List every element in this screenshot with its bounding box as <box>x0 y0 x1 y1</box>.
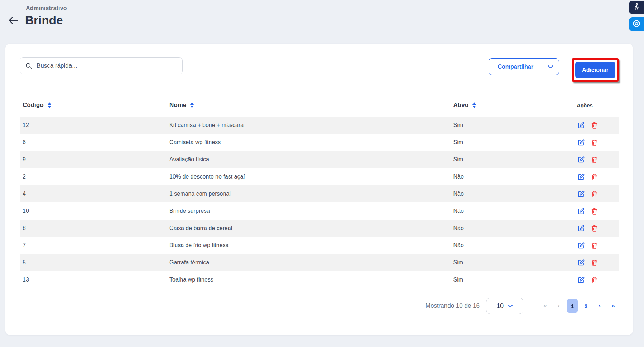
delete-button[interactable] <box>591 207 598 215</box>
table-footer: Mostrando 10 de 16 10 « ‹ 1 2 › » <box>20 298 619 314</box>
cell-acoes <box>577 156 619 163</box>
sort-icon[interactable] <box>190 102 194 108</box>
edit-icon <box>577 156 585 163</box>
cell-codigo: 9 <box>20 156 169 163</box>
page-size-value: 10 <box>496 302 504 310</box>
cell-nome: Blusa de frio wp fitness <box>169 242 453 249</box>
showing-count-text: Mostrando 10 de 16 <box>426 302 480 309</box>
trash-icon <box>591 122 598 129</box>
cell-ativo: Sim <box>453 139 577 146</box>
cell-nome: Camiseta wp fitness <box>169 139 453 146</box>
cell-codigo: 5 <box>20 259 169 266</box>
chatgpt-extension-button[interactable] <box>629 17 644 31</box>
column-header-nome[interactable]: Nome <box>169 102 453 109</box>
breadcrumb: Administrativo <box>26 5 644 11</box>
share-button[interactable]: Compartilhar <box>489 59 542 75</box>
cell-ativo: Sim <box>453 259 577 266</box>
delete-button[interactable] <box>591 122 598 129</box>
edit-icon <box>577 259 585 267</box>
trash-icon <box>591 259 598 267</box>
quick-search[interactable] <box>20 57 183 74</box>
edit-button[interactable] <box>577 156 585 163</box>
prev-page-button[interactable]: ‹ <box>553 299 564 313</box>
edit-button[interactable] <box>577 207 585 215</box>
sort-icon[interactable] <box>48 102 51 108</box>
page-button-1[interactable]: 1 <box>567 299 578 313</box>
toolbar: Compartilhar Adicionar <box>20 57 619 82</box>
delete-button[interactable] <box>591 139 598 146</box>
cell-ativo: Sim <box>453 122 577 128</box>
search-icon <box>25 62 32 69</box>
share-dropdown-toggle[interactable] <box>542 59 559 75</box>
content-card: Compartilhar Adicionar Código Nome <box>5 44 633 335</box>
table-row: 8 Caixa de barra de cereal Não <box>20 220 619 237</box>
table-row: 6 Camiseta wp fitness Sim <box>20 134 619 151</box>
delete-button[interactable] <box>591 225 598 232</box>
delete-button[interactable] <box>591 276 598 284</box>
cell-nome: Brinde surpresa <box>169 208 453 214</box>
trash-icon <box>591 276 598 284</box>
search-input[interactable] <box>37 62 177 69</box>
page-title: Brinde <box>25 14 63 27</box>
cell-codigo: 4 <box>20 191 169 197</box>
add-button[interactable]: Adicionar <box>575 62 615 78</box>
table-row: 4 1 semana com personal Não <box>20 185 619 202</box>
cell-ativo: Sim <box>453 156 577 163</box>
table-body: 12 Kit camisa + boné + máscara Sim 6 Cam… <box>20 117 619 288</box>
edit-button[interactable] <box>577 173 585 181</box>
column-header-acoes: Ações <box>577 102 619 108</box>
cell-nome: Garrafa térmica <box>169 259 453 266</box>
cell-acoes <box>577 242 619 249</box>
cell-ativo: Não <box>453 225 577 231</box>
last-page-button[interactable]: » <box>608 299 619 313</box>
first-page-button[interactable]: « <box>540 299 551 313</box>
delete-button[interactable] <box>591 173 598 181</box>
table-header-row: Código Nome Ativo Ações <box>20 94 619 117</box>
chevron-down-icon <box>548 65 553 69</box>
edit-button[interactable] <box>577 122 585 129</box>
sort-icon[interactable] <box>472 102 476 108</box>
edit-button[interactable] <box>577 242 585 249</box>
trash-icon <box>591 156 598 163</box>
column-header-codigo[interactable]: Código <box>20 102 169 109</box>
page-button-2[interactable]: 2 <box>581 299 591 313</box>
cell-acoes <box>577 259 619 267</box>
edit-button[interactable] <box>577 259 585 267</box>
page-size-select[interactable]: 10 <box>486 298 523 314</box>
cell-nome: 1 semana com personal <box>169 191 453 197</box>
edit-button[interactable] <box>577 139 585 146</box>
chevron-down-icon <box>508 304 513 308</box>
table-row: 10 Brinde surpresa Não <box>20 202 619 220</box>
cell-ativo: Não <box>453 191 577 197</box>
cell-codigo: 2 <box>20 174 169 180</box>
accessibility-extension-button[interactable] <box>629 1 644 14</box>
cell-ativo: Não <box>453 208 577 214</box>
walking-person-icon <box>633 3 640 12</box>
cell-nome: Toalha wp fitness <box>169 277 453 283</box>
share-split-button[interactable]: Compartilhar <box>489 58 559 75</box>
delete-button[interactable] <box>591 156 598 163</box>
back-button[interactable] <box>7 14 19 26</box>
cell-acoes <box>577 276 619 284</box>
cell-acoes <box>577 122 619 129</box>
table-row: 7 Blusa de frio wp fitness Não <box>20 237 619 254</box>
cell-nome: 10% de desconto no fast açaí <box>169 174 453 180</box>
cell-codigo: 6 <box>20 139 169 146</box>
page-header: Administrativo Brinde <box>0 0 644 27</box>
cell-nome: Kit camisa + boné + máscara <box>169 122 453 128</box>
edit-icon <box>577 207 585 215</box>
next-page-button[interactable]: › <box>594 299 605 313</box>
annotation-highlight-box: Adicionar <box>572 58 619 82</box>
cell-codigo: 8 <box>20 225 169 231</box>
edit-button[interactable] <box>577 225 585 232</box>
edit-icon <box>577 225 585 232</box>
table-row: 13 Toalha wp fitness Sim <box>20 271 619 288</box>
column-header-ativo[interactable]: Ativo <box>453 102 577 109</box>
edit-button[interactable] <box>577 190 585 198</box>
edit-button[interactable] <box>577 276 585 284</box>
cell-acoes <box>577 139 619 146</box>
table-row: 9 Avaliação física Sim <box>20 151 619 168</box>
delete-button[interactable] <box>591 190 598 198</box>
delete-button[interactable] <box>591 259 598 267</box>
delete-button[interactable] <box>591 242 598 249</box>
